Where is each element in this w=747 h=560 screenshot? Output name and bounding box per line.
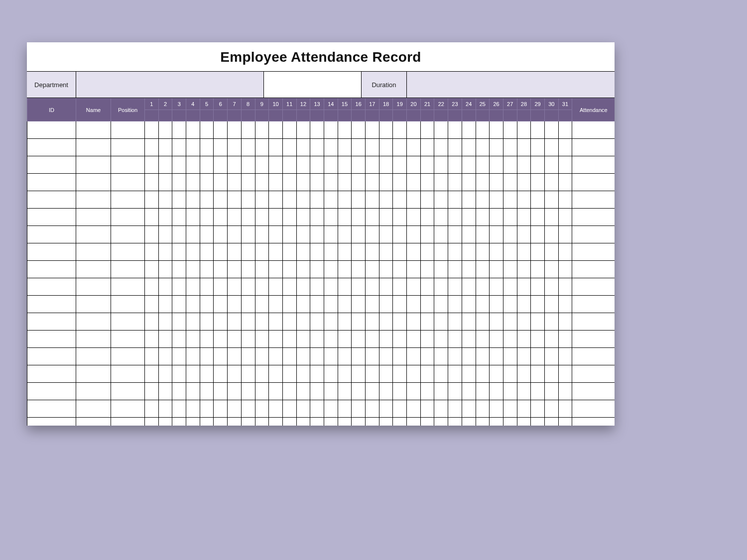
cell[interactable] <box>393 174 407 191</box>
cell[interactable] <box>200 156 214 174</box>
cell[interactable] <box>572 243 615 261</box>
cell[interactable] <box>434 348 448 365</box>
cell[interactable] <box>145 261 159 278</box>
cell[interactable] <box>310 383 324 400</box>
cell[interactable] <box>324 383 338 400</box>
cell[interactable] <box>324 121 338 139</box>
cell[interactable] <box>517 209 531 226</box>
cell[interactable] <box>393 156 407 174</box>
cell[interactable] <box>572 156 615 174</box>
cell[interactable] <box>531 331 545 348</box>
cell[interactable] <box>76 209 111 226</box>
cell[interactable] <box>228 156 242 174</box>
cell[interactable] <box>269 383 283 400</box>
cell[interactable] <box>490 243 503 261</box>
cell[interactable] <box>476 383 490 400</box>
cell[interactable] <box>324 209 338 226</box>
cell[interactable] <box>27 278 76 296</box>
cell[interactable] <box>76 121 111 139</box>
cell[interactable] <box>324 400 338 418</box>
cell[interactable] <box>366 365 379 383</box>
cell[interactable] <box>338 348 352 365</box>
cell[interactable] <box>352 243 366 261</box>
cell[interactable] <box>269 348 283 365</box>
cell[interactable] <box>27 313 76 331</box>
cell[interactable] <box>296 209 310 226</box>
cell[interactable] <box>407 365 421 383</box>
cell[interactable] <box>172 174 186 191</box>
cell[interactable] <box>462 383 476 400</box>
cell[interactable] <box>214 278 228 296</box>
cell[interactable] <box>434 365 448 383</box>
cell[interactable] <box>158 139 172 156</box>
cell[interactable] <box>379 418 393 426</box>
cell[interactable] <box>338 243 352 261</box>
cell[interactable] <box>111 243 145 261</box>
cell[interactable] <box>572 348 615 365</box>
cell[interactable] <box>214 331 228 348</box>
cell[interactable] <box>158 209 172 226</box>
cell[interactable] <box>558 243 572 261</box>
cell[interactable] <box>572 191 615 209</box>
cell[interactable] <box>531 174 545 191</box>
cell[interactable] <box>186 174 200 191</box>
cell[interactable] <box>241 174 255 191</box>
cell[interactable] <box>76 226 111 243</box>
cell[interactable] <box>379 365 393 383</box>
cell[interactable] <box>476 400 490 418</box>
cell[interactable] <box>241 331 255 348</box>
cell[interactable] <box>172 348 186 365</box>
cell[interactable] <box>310 348 324 365</box>
cell[interactable] <box>214 174 228 191</box>
cell[interactable] <box>241 156 255 174</box>
cell[interactable] <box>338 400 352 418</box>
cell[interactable] <box>379 174 393 191</box>
cell[interactable] <box>393 296 407 313</box>
cell[interactable] <box>172 383 186 400</box>
cell[interactable] <box>200 400 214 418</box>
cell[interactable] <box>544 331 558 348</box>
cell[interactable] <box>27 365 76 383</box>
cell[interactable] <box>352 156 366 174</box>
cell[interactable] <box>420 313 434 331</box>
cell[interactable] <box>407 278 421 296</box>
cell[interactable] <box>200 313 214 331</box>
cell[interactable] <box>186 418 200 426</box>
cell[interactable] <box>490 278 503 296</box>
cell[interactable] <box>145 331 159 348</box>
cell[interactable] <box>503 365 517 383</box>
cell[interactable] <box>517 174 531 191</box>
cell[interactable] <box>172 121 186 139</box>
cell[interactable] <box>531 418 545 426</box>
cell[interactable] <box>379 348 393 365</box>
cell[interactable] <box>255 418 269 426</box>
cell[interactable] <box>296 174 310 191</box>
cell[interactable] <box>27 174 76 191</box>
cell[interactable] <box>310 121 324 139</box>
cell[interactable] <box>544 418 558 426</box>
cell[interactable] <box>172 261 186 278</box>
cell[interactable] <box>407 296 421 313</box>
cell[interactable] <box>462 365 476 383</box>
cell[interactable] <box>228 383 242 400</box>
cell[interactable] <box>420 418 434 426</box>
cell[interactable] <box>145 121 159 139</box>
cell[interactable] <box>282 400 296 418</box>
cell[interactable] <box>420 296 434 313</box>
cell[interactable] <box>572 121 615 139</box>
cell[interactable] <box>241 243 255 261</box>
cell[interactable] <box>558 383 572 400</box>
cell[interactable] <box>172 278 186 296</box>
cell[interactable] <box>255 174 269 191</box>
cell[interactable] <box>366 348 379 365</box>
cell[interactable] <box>490 418 503 426</box>
cell[interactable] <box>352 121 366 139</box>
cell[interactable] <box>241 226 255 243</box>
cell[interactable] <box>200 174 214 191</box>
cell[interactable] <box>448 383 462 400</box>
cell[interactable] <box>200 383 214 400</box>
cell[interactable] <box>379 313 393 331</box>
cell[interactable] <box>255 313 269 331</box>
cell[interactable] <box>558 348 572 365</box>
cell[interactable] <box>200 243 214 261</box>
